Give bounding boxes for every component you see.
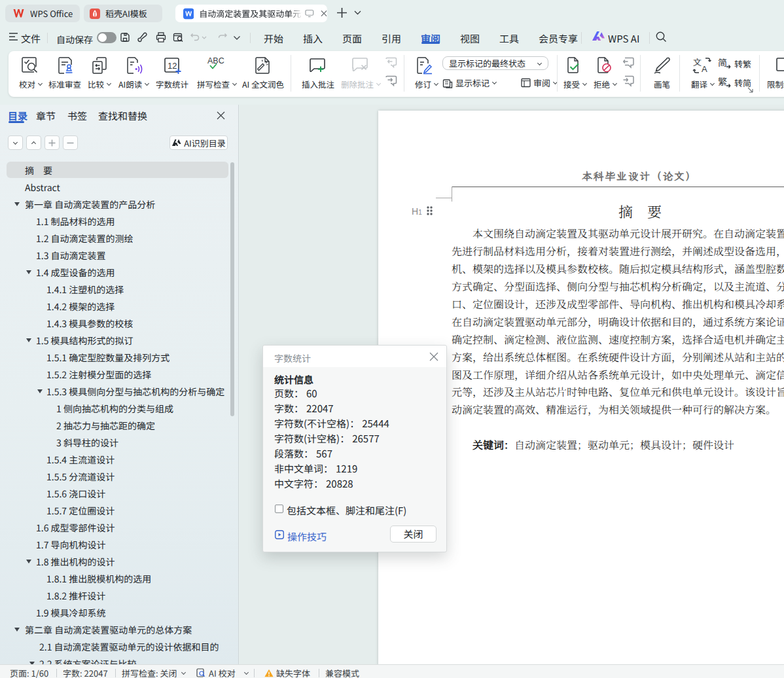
- svg-text:12: 12: [168, 61, 177, 71]
- svg-text:A: A: [702, 64, 707, 74]
- svg-text:繁: 繁: [718, 76, 727, 88]
- svg-text:简: 简: [718, 57, 727, 69]
- svg-text:文: 文: [693, 56, 702, 68]
